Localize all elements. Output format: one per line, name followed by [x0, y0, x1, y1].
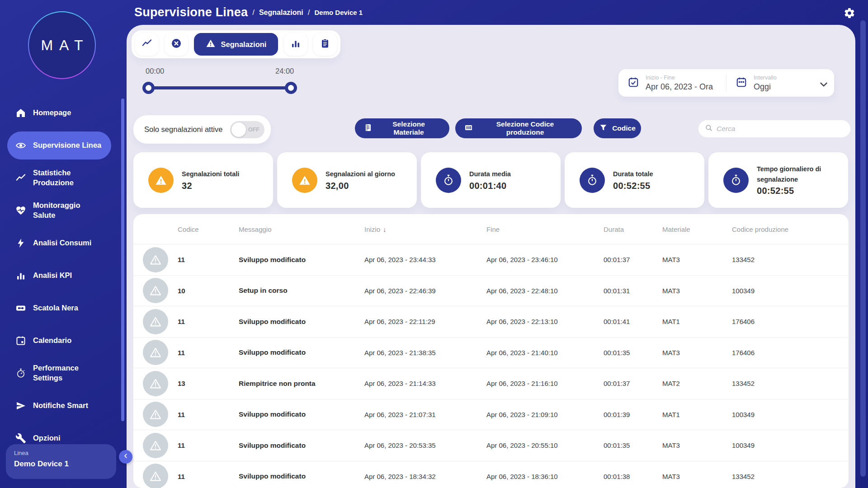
stat-value: 32,00: [326, 181, 416, 191]
sidebar-item-calendario[interactable]: Calendario: [7, 324, 111, 357]
cell-fine: Apr 06, 2023 - 21:40:10: [486, 349, 604, 357]
sidebar-item-label: Opzioni: [33, 433, 103, 443]
breadcrumb-segnalazioni[interactable]: Segnalazioni: [259, 9, 303, 17]
cell-durata: 00:01:35: [604, 441, 662, 449]
calendar-dots-icon: [736, 76, 747, 90]
column-messaggio[interactable]: Messaggio: [239, 225, 364, 233]
sidebar-item-homepage[interactable]: Homepage: [7, 97, 111, 129]
heart-pulse-icon: [15, 205, 26, 216]
warning-icon: [143, 278, 168, 303]
column-codice-produzione[interactable]: Codice produzione: [732, 225, 849, 233]
table-row[interactable]: 11 Sviluppo modificato Apr 06, 2023 - 22…: [133, 306, 849, 337]
view-tabbar: Segnalazioni: [132, 30, 340, 58]
stat-value: 00:52:55: [757, 186, 847, 196]
cell-codice: 10: [178, 287, 239, 295]
column-codice[interactable]: Codice: [178, 225, 239, 233]
stat-card-durata-totale: Durata totale 00:52:55: [565, 152, 704, 208]
search-input[interactable]: [717, 125, 844, 133]
stat-card-segnalazioni-totali: Segnalazioni totali 32: [133, 152, 273, 208]
sidebar-item-label: Notifiche Smart: [33, 401, 103, 411]
table-row[interactable]: 11 Sviluppo modificato Apr 06, 2023 - 21…: [133, 399, 849, 430]
gear-icon: [844, 13, 855, 20]
chevron-down-icon: [818, 79, 827, 88]
stat-card-tempo-giornaliero: Tempo giornaliero di segnalazione 00:52:…: [708, 152, 848, 208]
sidebar-item-supervisione-linea[interactable]: Supervisione Linea: [7, 131, 111, 160]
sidebar-item-analisi-kpi[interactable]: Analisi KPI: [7, 259, 111, 292]
cell-messaggio: Setup in corso: [239, 286, 364, 295]
select-production-code-button[interactable]: Selezione Codice produzione: [455, 118, 582, 138]
bar-chart-icon: [290, 38, 301, 51]
cell-fine: Apr 06, 2023 - 21:16:10: [486, 380, 604, 387]
chevron-left-icon: [123, 453, 129, 461]
page-scrollbar[interactable]: [860, 20, 866, 477]
cell-fine: Apr 06, 2023 - 20:55:10: [486, 441, 604, 449]
stat-value: 32: [182, 181, 272, 191]
select-material-button[interactable]: Selezione Materiale: [355, 118, 449, 138]
interval-select[interactable]: Intervallo Oggi: [726, 75, 834, 92]
column-durata[interactable]: Durata: [604, 225, 662, 233]
warning-icon: [143, 340, 168, 365]
tab-report[interactable]: [313, 33, 337, 56]
table-header: Codice Messaggio Inizio↓ Fine Durata Mat…: [133, 214, 849, 244]
sidebar-item-analisi-consumi[interactable]: Analisi Consumi: [7, 227, 111, 259]
cell-inizio: Apr 06, 2023 - 18:34:32: [364, 473, 486, 480]
cell-codice: 11: [178, 256, 239, 263]
cell-inizio: Apr 06, 2023 - 21:07:31: [364, 411, 486, 418]
sidebar-item-performance-settings[interactable]: Performance Settings: [7, 357, 111, 389]
cell-durata: 00:01:39: [604, 411, 662, 418]
breadcrumb-device[interactable]: Demo Device 1: [314, 9, 363, 16]
settings-button[interactable]: [844, 7, 855, 19]
cell-durata: 00:01:35: [604, 349, 662, 357]
sidebar-item-monitoraggio-salute[interactable]: Monitoraggio Salute: [7, 194, 111, 227]
sidebar-item-scatola-nera[interactable]: Scatola Nera: [7, 292, 111, 324]
cell-codice-produzione: 133452: [732, 473, 849, 480]
cell-durata: 00:01:37: [604, 256, 662, 263]
table-row[interactable]: 13 Riempitrice non pronta Apr 06, 2023 -…: [133, 368, 849, 399]
stats-row: Segnalazioni totali 32 Segnalazioni al g…: [133, 152, 848, 208]
slider-handle-start[interactable]: [142, 82, 155, 94]
slider-handle-end[interactable]: [285, 82, 297, 94]
sidebar-item-label: Statistiche Produzione: [33, 168, 103, 188]
table-row[interactable]: 11 Sviluppo modificato Apr 06, 2023 - 21…: [133, 337, 849, 368]
sidebar-scrollbar[interactable]: [121, 99, 124, 421]
table-row[interactable]: 11 Sviluppo modificato Apr 06, 2023 - 23…: [133, 244, 849, 275]
code-filter-button[interactable]: Codice: [594, 118, 641, 138]
tab-kpi[interactable]: [284, 33, 307, 56]
tab-stops[interactable]: [165, 33, 188, 56]
time-range-slider[interactable]: [148, 86, 291, 89]
tab-trend[interactable]: [135, 33, 159, 56]
table-row[interactable]: 11 Sviluppo modificato Apr 06, 2023 - 20…: [133, 430, 849, 461]
breadcrumb-separator: /: [308, 8, 310, 17]
x-circle-icon: [171, 38, 182, 51]
sidebar-nav: Homepage Supervisione Linea Statistiche …: [0, 97, 127, 455]
sidebar-item-statistiche-produzione[interactable]: Statistiche Produzione: [7, 162, 111, 194]
sidebar-collapse-button[interactable]: [119, 450, 132, 464]
active-alerts-toggle[interactable]: OFF: [230, 121, 264, 138]
alerts-table: Codice Messaggio Inizio↓ Fine Durata Mat…: [133, 214, 849, 488]
cell-materiale: MAT1: [662, 318, 732, 325]
cell-messaggio: Sviluppo modificato: [239, 410, 364, 418]
search-icon: [705, 124, 713, 134]
tab-segnalazioni[interactable]: Segnalazioni: [194, 33, 278, 56]
table-row[interactable]: 10 Setup in corso Apr 06, 2023 - 22:46:3…: [133, 275, 849, 306]
search-box: [698, 120, 850, 137]
sidebar: MAT Homepage Supervisione Linea Stat: [0, 0, 127, 488]
date-range-value: Apr 06, 2023 - Ora: [646, 82, 713, 92]
sidebar-item-notifiche-smart[interactable]: Notifiche Smart: [7, 389, 111, 422]
stat-label: Segnalazioni al giorno: [326, 169, 416, 179]
cell-materiale: MAT2: [662, 380, 732, 387]
sidebar-item-label: Homepage: [33, 108, 103, 118]
cell-codice-produzione: 100349: [732, 411, 849, 418]
trend-icon: [15, 173, 26, 183]
stopwatch-icon: [15, 368, 26, 379]
table-row[interactable]: 11 Sviluppo modificato Apr 06, 2023 - 18…: [133, 461, 849, 488]
column-fine[interactable]: Fine: [486, 225, 604, 233]
cell-durata: 00:01:37: [604, 380, 662, 387]
sidebar-item-label: Monitoraggio Salute: [33, 201, 103, 221]
warning-icon: [143, 309, 168, 334]
date-range-picker[interactable]: Inizio - Fine Apr 06, 2023 - Ora: [618, 75, 726, 92]
cell-codice: 11: [178, 411, 239, 418]
column-inizio[interactable]: Inizio↓: [364, 225, 486, 233]
page-title: Supervisione Linea: [134, 5, 248, 19]
column-materiale[interactable]: Materiale: [662, 225, 732, 233]
